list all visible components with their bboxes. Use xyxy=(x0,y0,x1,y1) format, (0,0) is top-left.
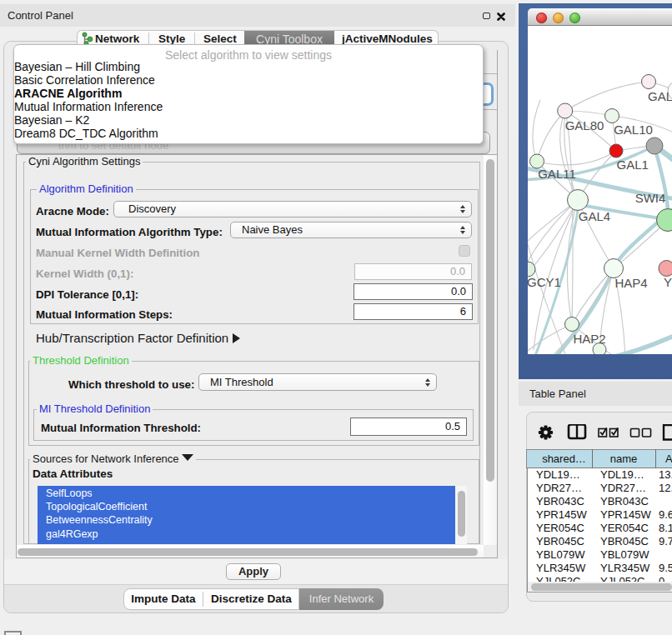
svg-text:YJ: YJ xyxy=(664,275,672,289)
svg-text:GAL2: GAL2 xyxy=(648,89,672,103)
svg-text:HAP2: HAP2 xyxy=(573,332,605,346)
svg-text:GAL10: GAL10 xyxy=(614,122,653,137)
svg-text:GAL1: GAL1 xyxy=(617,158,649,172)
svg-text:GCY1: GCY1 xyxy=(528,275,561,289)
svg-text:GAL11: GAL11 xyxy=(538,167,576,181)
svg-text:GAL4: GAL4 xyxy=(579,209,610,223)
svg-text:GAL80: GAL80 xyxy=(565,118,604,132)
svg-text:HAP4: HAP4 xyxy=(614,276,647,290)
svg-text:SWI4: SWI4 xyxy=(635,191,666,205)
